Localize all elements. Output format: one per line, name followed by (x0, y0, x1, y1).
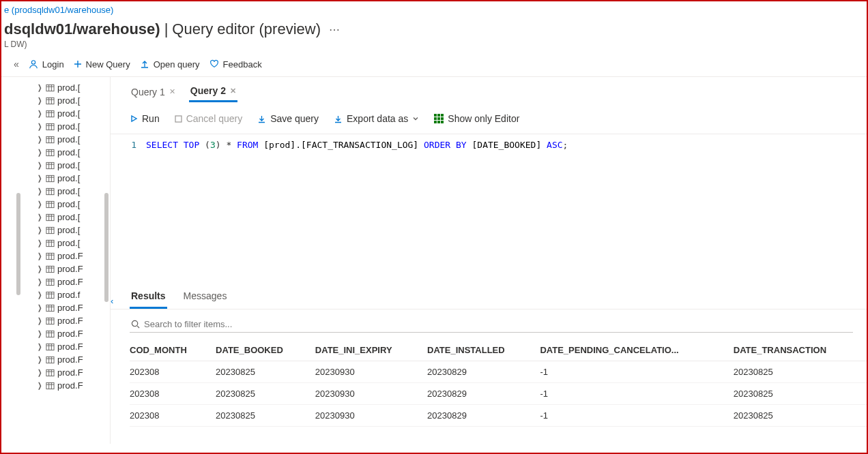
table-cell: 20230829 (427, 361, 540, 383)
svg-rect-8 (46, 175, 54, 181)
tab-results[interactable]: Results (130, 286, 167, 309)
save-query-button[interactable]: Save query (257, 113, 319, 124)
run-button[interactable]: Run (130, 113, 160, 124)
tree-item-label: prod.[ (57, 160, 80, 170)
svg-rect-10 (46, 201, 54, 207)
tree-item-label: prod.[ (57, 134, 80, 145)
svg-rect-24 (46, 382, 54, 389)
feedback-button[interactable]: Feedback (209, 59, 262, 70)
tree-item[interactable]: ❯prod.F (37, 275, 110, 288)
tree-item[interactable]: ❯prod.[ (37, 237, 110, 249)
tree-item[interactable]: ❯prod.[ (37, 94, 110, 107)
tree-item[interactable]: ❯prod.[ (37, 185, 110, 198)
svg-rect-21 (46, 344, 54, 350)
table-row[interactable]: 202308202308252023093020230829-120230825 (130, 405, 867, 427)
sql-editor[interactable]: 1 SELECT TOP (3) * FROM [prod].[FACT_TRA… (111, 134, 867, 284)
results-search[interactable] (130, 316, 853, 333)
tree-item[interactable]: ❯prod.F (37, 366, 110, 379)
sidebar-scrollbar[interactable] (104, 193, 108, 302)
chevron-right-icon: ❯ (38, 368, 42, 377)
tree-item[interactable]: ❯prod.F (37, 340, 110, 353)
tree-item[interactable]: ❯prod.F (37, 301, 110, 314)
tree-item[interactable]: ❯prod.[ (37, 172, 110, 185)
table-cell: 20230825 (734, 361, 867, 383)
tree-item[interactable]: ❯prod.[ (37, 224, 110, 237)
table-cell: 20230825 (734, 405, 867, 427)
table-row[interactable]: 202308202308252023093020230829-120230825 (130, 383, 867, 405)
chevron-right-icon: ❯ (38, 303, 42, 312)
table-icon (46, 369, 55, 377)
table-cell: -1 (540, 383, 733, 405)
tree-item[interactable]: ❯prod.F (37, 314, 110, 327)
svg-rect-17 (46, 292, 54, 298)
collapse-results-handle[interactable]: ‹ (111, 295, 114, 307)
tree-item-label: prod.F (57, 367, 83, 378)
tree-item[interactable]: ❯prod.[ (37, 146, 110, 159)
tab-label: Query 2 (190, 85, 226, 96)
table-cell: 20230930 (315, 361, 427, 383)
table-icon (46, 330, 55, 338)
table-cell: -1 (540, 405, 733, 427)
table-cell: 20230829 (427, 383, 540, 405)
tree-item[interactable]: ❯prod.F (37, 262, 110, 275)
tree-item[interactable]: ❯prod.[ (37, 198, 110, 211)
tree-item[interactable]: ❯prod.[ (37, 107, 110, 120)
open-query-button[interactable]: Open query (140, 59, 200, 70)
tree-item[interactable]: ❯prod.F (37, 327, 110, 340)
close-icon[interactable]: ✕ (169, 87, 175, 96)
tree-item[interactable]: ❯prod.F (37, 249, 110, 262)
login-button[interactable]: Login (29, 59, 64, 70)
tree-item[interactable]: ❯prod.F (37, 353, 110, 366)
column-header[interactable]: DATE_INI_EXPIRY (315, 339, 427, 361)
new-query-label: New Query (86, 59, 130, 70)
tree-item-label: prod.F (57, 303, 83, 313)
new-query-button[interactable]: New Query (74, 59, 130, 70)
export-data-button[interactable]: Export data as (334, 113, 419, 124)
table-cell: 20230825 (734, 383, 867, 405)
collapse-sidebar-button[interactable]: « (14, 59, 19, 70)
tab-messages[interactable]: Messages (182, 286, 229, 309)
table-cell: -1 (540, 361, 733, 383)
column-header[interactable]: DATE_BOOKED (216, 339, 315, 361)
results-search-input[interactable] (144, 319, 852, 329)
left-scrollbar[interactable] (16, 193, 20, 295)
chevron-right-icon: ❯ (38, 355, 42, 364)
table-icon (46, 226, 55, 234)
tree-item[interactable]: ❯prod.f (37, 288, 110, 301)
save-label: Save query (270, 113, 319, 124)
column-header[interactable]: DATE_PENDING_CANCELATIO... (540, 339, 733, 361)
query-tab[interactable]: Query 1✕ (130, 82, 177, 102)
tree-item-label: prod.F (57, 277, 83, 287)
svg-rect-16 (46, 279, 54, 285)
query-tab[interactable]: Query 2✕ (189, 82, 237, 102)
tree-item[interactable]: ❯prod.[ (37, 211, 110, 224)
tree-item[interactable]: ❯prod.[ (37, 81, 110, 94)
column-header[interactable]: DATE_INSTALLED (427, 339, 540, 361)
tree-item-label: prod.F (57, 264, 83, 274)
breadcrumb[interactable]: e (prodsqldw01/warehouse) (1, 1, 867, 15)
play-icon (130, 115, 138, 123)
tree-item-label: prod.[ (57, 238, 80, 248)
more-actions-button[interactable]: ⋯ (325, 23, 344, 36)
svg-rect-19 (46, 318, 54, 324)
table-icon (46, 123, 55, 131)
table-icon (46, 239, 55, 247)
svg-rect-6 (46, 149, 54, 155)
tree-item-label: prod.[ (57, 147, 80, 157)
table-icon (46, 110, 55, 118)
table-row[interactable]: 202308202308252023093020230829-120230825 (130, 361, 867, 383)
tree-item[interactable]: ❯prod.F (37, 379, 110, 392)
tree-item-label: prod.[ (57, 199, 80, 209)
table-cell: 202308 (130, 361, 216, 383)
tree-item[interactable]: ❯prod.[ (37, 133, 110, 146)
table-cell: 20230930 (315, 383, 427, 405)
table-icon (46, 317, 55, 325)
svg-rect-9 (46, 188, 54, 194)
tree-item[interactable]: ❯prod.[ (37, 120, 110, 133)
column-header[interactable]: DATE_TRANSACTION (734, 339, 867, 361)
show-only-editor-button[interactable]: Show only Editor (434, 113, 519, 124)
column-header[interactable]: COD_MONTH (130, 339, 216, 361)
close-icon[interactable]: ✕ (230, 87, 236, 95)
tree-item[interactable]: ❯prod.[ (37, 159, 110, 172)
page-title-section: Query editor (preview) (172, 20, 321, 38)
